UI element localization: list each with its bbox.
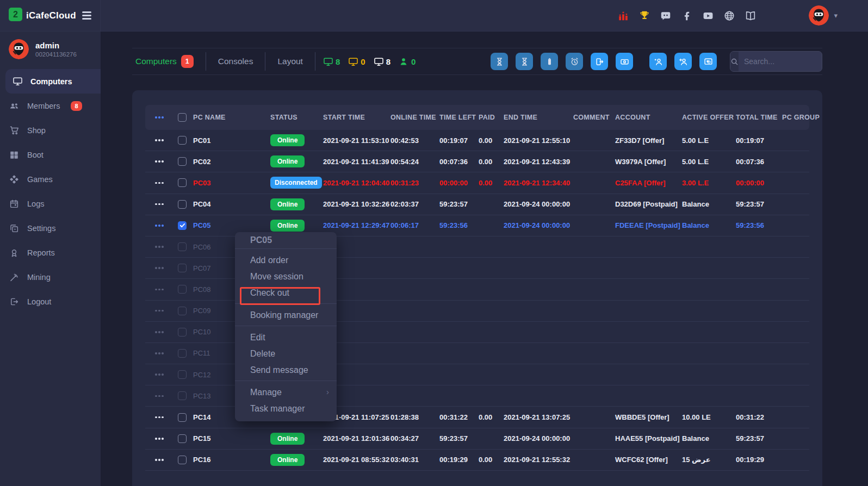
user-card[interactable]: admin 002041136276 xyxy=(0,31,101,65)
account-cell: FDEEAE [Postpaid] xyxy=(610,221,677,229)
sidebar-item-mining[interactable]: Mining xyxy=(0,265,101,289)
select-all-checkbox[interactable] xyxy=(178,113,187,122)
row-menu-dots-icon[interactable] xyxy=(145,182,172,184)
facebook-icon[interactable] xyxy=(681,10,693,22)
account-menu[interactable]: ▾ xyxy=(809,5,838,26)
row-checkbox[interactable] xyxy=(178,307,187,315)
menu-toggle-icon[interactable] xyxy=(82,11,91,19)
row-checkbox[interactable] xyxy=(178,221,187,230)
row-checkbox[interactable] xyxy=(178,242,187,251)
row-checkbox[interactable] xyxy=(178,136,187,145)
windows-icon xyxy=(9,149,20,160)
start-cell: 2021-09-21 11:41:39 xyxy=(318,158,385,166)
counter-pcs-1: 0 xyxy=(348,57,365,67)
row-menu-dots-icon[interactable] xyxy=(145,395,172,397)
menu-item-send-message[interactable]: Send message xyxy=(235,362,337,378)
row-menu-dots-icon[interactable] xyxy=(145,373,172,376)
row-menu-dots-icon[interactable] xyxy=(145,203,172,205)
trophy-icon[interactable] xyxy=(638,10,650,22)
table-row-pc01[interactable]: PC01Online2021-09-21 11:53:1000:42:5300:… xyxy=(145,130,809,151)
screenshot-button[interactable] xyxy=(699,53,717,70)
table-row-pc02[interactable]: PC02Online2021-09-21 11:41:3900:54:2400:… xyxy=(145,151,809,172)
table-row-pc16[interactable]: PC16Online2021-09-21 08:55:3203:40:3100:… xyxy=(145,450,809,471)
pc-name: PC11 xyxy=(193,349,210,357)
add-member-button[interactable] xyxy=(674,53,692,70)
row-checkbox[interactable] xyxy=(178,391,187,400)
row-checkbox[interactable] xyxy=(178,413,187,422)
left-cell: 00:07:36 xyxy=(434,158,473,166)
start-cell: 2021-09-21 12:04:40 xyxy=(318,179,385,187)
row-menu-dots-icon[interactable] xyxy=(145,116,172,119)
tab-consoles[interactable]: Consoles xyxy=(206,57,265,66)
menu-item-move-session[interactable]: Move session xyxy=(235,268,337,284)
sidebar-item-shop[interactable]: Shop xyxy=(0,118,101,142)
hourglass-end-button[interactable] xyxy=(516,53,533,70)
row-checkbox[interactable] xyxy=(178,328,187,337)
row-menu-dots-icon[interactable] xyxy=(145,289,172,291)
menu-item-add-order[interactable]: Add order xyxy=(235,252,337,268)
menu-item-delete[interactable]: Delete xyxy=(235,345,337,362)
row-menu-dots-icon[interactable] xyxy=(145,331,172,333)
sidebar-item-computers[interactable]: Computers xyxy=(5,69,101,94)
globe-icon[interactable] xyxy=(723,10,735,22)
status-cell: Online xyxy=(265,454,318,466)
hourglass-start-button[interactable] xyxy=(491,53,508,70)
search-input[interactable] xyxy=(739,52,822,71)
row-menu-dots-icon[interactable] xyxy=(145,459,172,461)
sidebar-item-logs[interactable]: Logs xyxy=(0,191,101,216)
tab-layout[interactable]: Layout xyxy=(265,57,315,66)
row-checkbox[interactable] xyxy=(178,178,187,187)
menu-item-task-manager[interactable]: Task manager xyxy=(235,400,337,416)
end-cell: 2021-09-21 12:55:32 xyxy=(498,456,568,464)
row-checkbox[interactable] xyxy=(178,349,187,358)
row-checkbox[interactable] xyxy=(178,370,187,379)
row-checkbox[interactable] xyxy=(178,264,187,272)
cash-button[interactable] xyxy=(616,53,633,70)
left-cell: 59:23:56 xyxy=(434,221,473,229)
menu-item-check-out[interactable]: Check out xyxy=(235,284,337,301)
row-menu-dots-icon[interactable] xyxy=(145,267,172,269)
user-plus-icon xyxy=(679,57,688,66)
sidebar-item-settings[interactable]: Settings xyxy=(0,216,101,240)
row-checkbox[interactable] xyxy=(178,157,187,166)
sidebar-item-members[interactable]: Members8 xyxy=(0,94,101,118)
discord-icon[interactable] xyxy=(660,10,672,22)
row-menu-dots-icon[interactable] xyxy=(145,246,172,248)
table-row-pc03[interactable]: PC03Disconnected2021-09-21 12:04:4000:31… xyxy=(145,172,809,194)
menu-item-edit[interactable]: Edit xyxy=(235,329,337,345)
add-member-offer-button[interactable] xyxy=(649,53,667,70)
ranking-icon[interactable] xyxy=(617,10,629,22)
youtube-icon[interactable] xyxy=(702,10,714,22)
row-checkbox[interactable] xyxy=(178,285,187,294)
row-menu-dots-icon[interactable] xyxy=(145,225,172,227)
tab-label: Consoles xyxy=(218,57,253,66)
alarm-button[interactable] xyxy=(566,53,583,70)
row-menu-dots-icon[interactable] xyxy=(145,416,172,419)
table-row-pc15[interactable]: PC15Online2021-09-21 12:01:3600:34:2759:… xyxy=(145,428,809,450)
tab-computers[interactable]: Computers1 xyxy=(132,55,206,68)
row-menu-dots-icon[interactable] xyxy=(145,352,172,354)
sidebar-item-games[interactable]: Games xyxy=(0,167,101,191)
sidebar-item-boot[interactable]: Boot xyxy=(0,142,101,167)
row-checkbox[interactable] xyxy=(178,434,187,443)
battery-button[interactable] xyxy=(541,53,558,70)
status-badge: Online xyxy=(270,198,305,210)
menu-item-manage[interactable]: Manage› xyxy=(235,384,337,400)
row-checkbox[interactable] xyxy=(178,456,187,464)
sidebar-item-logout[interactable]: Logout xyxy=(0,289,101,314)
checkout-session-button[interactable] xyxy=(591,53,608,70)
status-badge: Online xyxy=(270,155,305,167)
row-checkbox[interactable] xyxy=(178,200,187,209)
table-row-pc04[interactable]: PC04Online2021-09-21 10:32:2602:03:3759:… xyxy=(145,194,809,215)
row-menu-dots-icon[interactable] xyxy=(145,438,172,440)
row-menu-dots-icon[interactable] xyxy=(145,160,172,163)
column-header: COMMENT xyxy=(568,114,610,121)
manual-icon[interactable] xyxy=(745,10,757,22)
sidebar-item-reports[interactable]: Reports xyxy=(0,240,101,265)
menu-item-booking-manager[interactable]: Booking manager xyxy=(235,307,337,323)
row-menu-dots-icon[interactable] xyxy=(145,139,172,141)
app-logo[interactable]: 2 iCafeCloud xyxy=(9,8,76,23)
tab-separator xyxy=(315,52,315,71)
row-menu-dots-icon[interactable] xyxy=(145,310,172,312)
toolbar xyxy=(483,51,822,72)
